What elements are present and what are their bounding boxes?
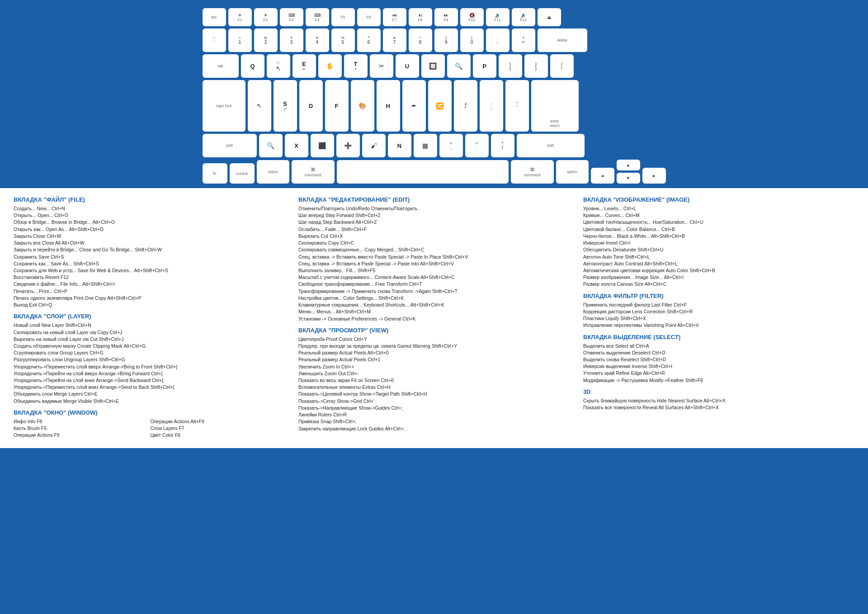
key-n[interactable]: N: [388, 134, 411, 157]
key-i[interactable]: 🔲: [421, 54, 445, 78]
list-item: Автоматическая цветовая коррекция Auto C…: [583, 267, 854, 274]
list-item: Обесцветить Desaturate Shift+Ctrl+U: [583, 246, 854, 253]
key-h[interactable]: H: [377, 80, 400, 132]
select-shortcuts: Выделить все Select all Ctrl+AОтменить в…: [583, 343, 854, 384]
list-item: Вспомогательные элементы Extras Ctrl+H: [298, 384, 570, 391]
key-j[interactable]: ✒: [402, 80, 426, 132]
key-f4[interactable]: ⌨ F4: [306, 8, 329, 26]
key-backslash[interactable]: | \: [550, 54, 574, 78]
key-t[interactable]: T T: [344, 54, 368, 78]
key-v[interactable]: ➕: [336, 134, 360, 157]
key-s[interactable]: S 🖊: [274, 80, 297, 132]
key-option-left[interactable]: option: [257, 160, 289, 184]
key-d[interactable]: D: [299, 80, 323, 132]
key-f3[interactable]: ⌨ F3: [280, 8, 303, 26]
key-m[interactable]: ▦: [414, 134, 437, 157]
key-2[interactable]: @ 2: [254, 28, 278, 52]
key-z[interactable]: 🔍: [259, 134, 283, 157]
key-capslock[interactable]: caps lock: [203, 80, 245, 132]
key-f10[interactable]: 🔇 F10: [460, 8, 484, 26]
key-6[interactable]: ^ 6: [357, 28, 381, 52]
key-backspace[interactable]: delete: [538, 28, 587, 52]
key-r[interactable]: ✋: [318, 54, 342, 78]
list-item: Установки -> Основные Preferences -> Gen…: [298, 316, 570, 322]
list-item: Ослабить... Fade... Shift+Ctrl+F: [298, 226, 570, 233]
list-item: Привязка Snap Shift+Ctrl+;: [298, 418, 570, 425]
key-arrow-down[interactable]: ▼: [617, 173, 640, 184]
key-7[interactable]: & 7: [383, 28, 406, 52]
key-slash[interactable]: ? /: [491, 134, 514, 157]
key-b[interactable]: 🖌: [362, 134, 386, 157]
key-f1[interactable]: ☀ F1: [228, 8, 252, 26]
layer-title: ВКЛАДКА "СЛОИ" (LAYER): [14, 313, 285, 320]
key-shift-right[interactable]: shift: [517, 134, 585, 157]
key-x[interactable]: X: [285, 134, 308, 157]
list-item: Цветовой тон/Насыщенность... Hue/Saturat…: [583, 219, 854, 226]
list-item: Применить последний фильтр Last Filter C…: [583, 302, 854, 308]
list-item: Трансформирование -> Применить снова Tra…: [298, 288, 570, 295]
key-equals[interactable]: + =: [512, 28, 535, 52]
key-control[interactable]: control: [230, 163, 255, 184]
key-f5[interactable]: F5: [331, 8, 355, 26]
key-y[interactable]: ✂: [370, 54, 393, 78]
list-item: Обзор в Bridge... Browse in Bridge... At…: [14, 219, 285, 226]
key-q[interactable]: Q: [241, 54, 264, 78]
key-f2[interactable]: ☀ F2: [254, 8, 278, 26]
list-item: Отменить/Повторить Undo/Redo Отменить/По…: [298, 205, 570, 212]
keyboard-section: esc ☀ F1 ☀ F2 ⌨ F3 ⌨ F4 F5 F6: [0, 0, 868, 188]
key-minus[interactable]: _ -: [486, 28, 509, 52]
key-space[interactable]: [337, 160, 509, 184]
key-5[interactable]: % 5: [331, 28, 355, 52]
key-tab[interactable]: tab: [203, 54, 239, 78]
key-3[interactable]: # 3: [280, 28, 303, 52]
key-4[interactable]: $ 4: [306, 28, 329, 52]
key-p[interactable]: P: [473, 54, 496, 78]
key-tilde[interactable]: ~ `: [203, 28, 226, 52]
key-f8[interactable]: ⏯ F8: [409, 8, 432, 26]
key-0[interactable]: ) 0: [460, 28, 484, 52]
key-f6[interactable]: F6: [357, 8, 381, 26]
key-arrow-right[interactable]: ►: [642, 168, 666, 184]
key-1[interactable]: ! 1: [228, 28, 252, 52]
key-o[interactable]: 🔍: [447, 54, 471, 78]
key-a[interactable]: ↖: [248, 80, 271, 132]
key-arrow-left[interactable]: ◄: [591, 168, 614, 184]
key-f9[interactable]: ⏭ F9: [434, 8, 458, 26]
list-item: Реальный размер Actual Pixels Ctrl+1: [298, 356, 570, 363]
key-rbracket[interactable]: } ]: [524, 54, 548, 78]
key-eject[interactable]: ⏏: [538, 8, 561, 26]
key-w[interactable]: W ↖: [267, 54, 290, 78]
key-f11[interactable]: 🔉 F11: [486, 8, 509, 26]
list-item: Печатать... Print... Ctrl+P: [14, 288, 285, 295]
key-e[interactable]: E ✏: [292, 54, 316, 78]
key-f[interactable]: F: [325, 80, 349, 132]
list-item: Автоконтраст Auto Contrast Alt+Shift+Ctr…: [583, 260, 854, 267]
key-enter[interactable]: enter return: [531, 80, 579, 132]
key-f7[interactable]: ⏮ F7: [383, 8, 406, 26]
key-9[interactable]: ( 9: [434, 28, 458, 52]
key-fn[interactable]: fn: [203, 163, 227, 184]
key-shift-left[interactable]: shift: [203, 134, 257, 157]
key-u[interactable]: U: [396, 54, 419, 78]
key-8[interactable]: * 8: [409, 28, 432, 52]
key-arrow-up[interactable]: ▲: [617, 160, 640, 170]
key-period[interactable]: > .: [465, 134, 489, 157]
key-option-right[interactable]: option: [556, 160, 589, 184]
key-g[interactable]: 🎨: [351, 80, 374, 132]
key-command-right[interactable]: ⌘ command: [511, 160, 554, 184]
key-esc[interactable]: esc: [203, 8, 226, 26]
key-lbracket[interactable]: { [: [499, 54, 522, 78]
key-k[interactable]: 🔀: [428, 80, 452, 132]
list-item: Создать обтравочную маску Create Clippin…: [14, 343, 285, 350]
list-item: Скопировать Copy Ctrl+C: [298, 240, 570, 246]
list-item: Масштаб с учетом содержимого... Content-…: [298, 274, 570, 281]
key-quote[interactable]: " ': [505, 80, 529, 132]
key-comma[interactable]: < ,: [439, 134, 463, 157]
list-item: Черно-белое... Black a White... Alt+Shif…: [583, 233, 854, 240]
key-semicolon[interactable]: : ;: [480, 80, 503, 132]
key-c[interactable]: ⬛: [311, 134, 334, 157]
list-item: Выделить снова Reselect Shift+Ctrl+D: [583, 356, 854, 363]
key-f12[interactable]: 🔊 F12: [512, 8, 535, 26]
key-command-left[interactable]: ⌘ command: [292, 160, 335, 184]
key-l[interactable]: ⤴: [454, 80, 477, 132]
